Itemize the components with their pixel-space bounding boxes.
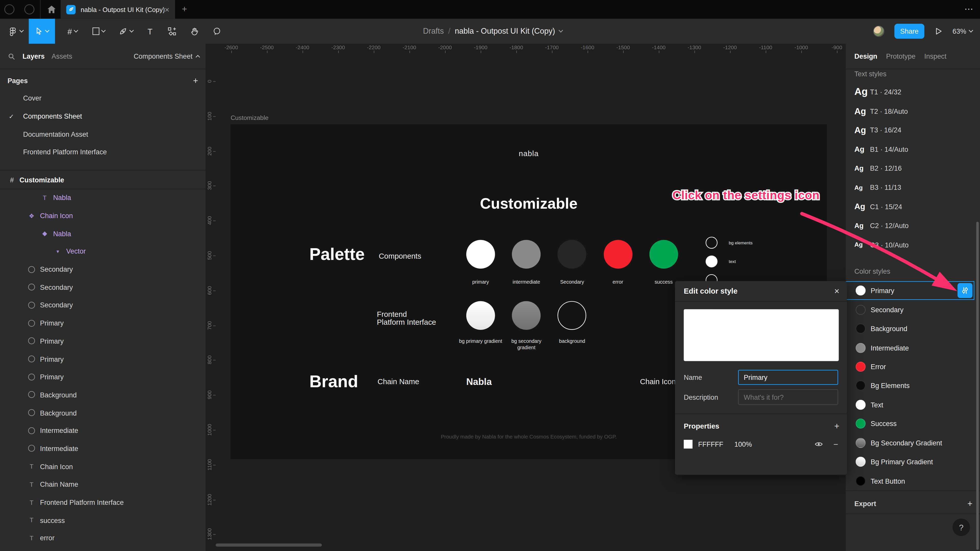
text-style-item[interactable]: AgC2 · 12/Auto bbox=[845, 216, 980, 235]
color-style-item[interactable]: Intermediate bbox=[845, 338, 980, 357]
tab-assets[interactable]: Assets bbox=[52, 52, 72, 60]
color-style-item[interactable]: Error bbox=[845, 357, 980, 376]
color-style-item[interactable]: Bg Secondary Gradient bbox=[845, 433, 980, 452]
palette-swatch[interactable] bbox=[649, 240, 678, 268]
layer-item[interactable]: Intermediate bbox=[0, 422, 206, 440]
tab-prototype[interactable]: Prototype bbox=[886, 52, 915, 60]
tab-inspect[interactable]: Inspect bbox=[924, 52, 947, 60]
resources-tool-button[interactable] bbox=[162, 19, 181, 44]
palette-swatch[interactable] bbox=[512, 240, 541, 268]
layer-item[interactable]: Intermediate bbox=[0, 440, 206, 457]
text-style-item[interactable]: AgT2 · 18/Auto bbox=[845, 102, 980, 121]
zoom-control[interactable]: 63% bbox=[953, 27, 972, 35]
mini-swatch[interactable] bbox=[706, 256, 718, 268]
layer-item[interactable]: Secondary bbox=[0, 278, 206, 296]
shape-tool-button[interactable] bbox=[88, 19, 110, 44]
color-style-item[interactable]: Text Button bbox=[845, 471, 980, 490]
color-style-item[interactable]: Success bbox=[845, 414, 980, 433]
layer-item[interactable]: Background bbox=[0, 386, 206, 403]
close-tab-icon[interactable]: × bbox=[165, 5, 169, 14]
overflow-menu-icon[interactable]: ⋯ bbox=[964, 4, 974, 14]
color-style-item[interactable]: Background bbox=[845, 319, 980, 338]
text-style-item[interactable]: AgB3 · 11/13 bbox=[845, 178, 980, 197]
layer-item[interactable]: ▼Vector bbox=[0, 242, 206, 260]
text-style-item[interactable]: AgC1 · 15/24 bbox=[845, 197, 980, 216]
layer-item[interactable]: TFrontend Platform Interface bbox=[0, 493, 206, 511]
fpi-swatch[interactable] bbox=[558, 301, 587, 330]
nav-circle-icon[interactable] bbox=[4, 4, 14, 14]
palette-swatch[interactable] bbox=[466, 240, 495, 268]
move-tool-button[interactable] bbox=[29, 19, 55, 44]
pen-tool-button[interactable] bbox=[114, 19, 138, 44]
color-style-item[interactable]: Primary bbox=[845, 281, 980, 300]
comment-tool-button[interactable] bbox=[207, 19, 226, 44]
text-style-item[interactable]: AgT1 · 24/32 bbox=[845, 83, 980, 102]
page-selector[interactable]: Components Sheet bbox=[134, 52, 200, 60]
close-icon[interactable]: × bbox=[834, 286, 839, 296]
layer-item[interactable]: ❖Chain Icon bbox=[0, 206, 206, 224]
document-title[interactable]: nabla - Outpost UI Kit (Copy) bbox=[455, 27, 555, 35]
color-style-item[interactable]: Text bbox=[845, 395, 980, 414]
layer-item[interactable]: Primary bbox=[0, 332, 206, 350]
text-style-item[interactable]: AgT3 · 16/24 bbox=[845, 121, 980, 140]
page-item[interactable]: Documentation Asset bbox=[0, 125, 206, 143]
layer-item[interactable]: TNabla bbox=[0, 189, 206, 206]
name-input[interactable] bbox=[738, 370, 838, 385]
frame-section-row[interactable]: # Customizable bbox=[0, 171, 206, 189]
visibility-eye-icon[interactable] bbox=[815, 441, 823, 448]
page-item[interactable]: Cover bbox=[0, 89, 206, 107]
fpi-swatch[interactable] bbox=[512, 301, 541, 330]
remove-property-icon[interactable]: − bbox=[833, 440, 838, 449]
share-button[interactable]: Share bbox=[894, 24, 924, 39]
layer-item[interactable]: Primary bbox=[0, 368, 206, 386]
text-style-item[interactable]: AgC3 · 10/Auto bbox=[845, 235, 980, 254]
opacity-value[interactable]: 100% bbox=[735, 441, 752, 448]
color-style-item[interactable]: Bg Elements bbox=[845, 376, 980, 395]
new-tab-button[interactable]: + bbox=[182, 4, 187, 14]
present-icon[interactable] bbox=[934, 27, 942, 35]
breadcrumb-drafts[interactable]: Drafts bbox=[423, 27, 444, 35]
settings-button[interactable] bbox=[958, 283, 973, 298]
palette-swatch[interactable] bbox=[558, 240, 587, 268]
tab-design[interactable]: Design bbox=[854, 52, 877, 60]
layer-item[interactable]: Terror bbox=[0, 529, 206, 547]
layer-item[interactable]: Secondary bbox=[0, 260, 206, 278]
main-menu-button[interactable] bbox=[4, 19, 27, 44]
hex-value[interactable]: FFFFFF bbox=[698, 441, 735, 448]
frame-tool-button[interactable]: # bbox=[61, 19, 84, 44]
layer-item[interactable]: Tsuccess bbox=[0, 511, 206, 529]
home-icon[interactable] bbox=[47, 5, 56, 14]
color-style-item[interactable]: Secondary bbox=[845, 300, 980, 319]
chevron-down-icon[interactable] bbox=[559, 28, 563, 32]
nav-circle-icon[interactable] bbox=[24, 4, 35, 14]
user-avatar[interactable] bbox=[873, 25, 884, 37]
fpi-swatch[interactable] bbox=[466, 301, 495, 330]
hand-tool-button[interactable] bbox=[185, 19, 204, 44]
page-item[interactable]: ✓Components Sheet bbox=[0, 107, 206, 125]
color-style-item[interactable]: Bg Primary Gradient bbox=[845, 452, 980, 472]
description-input[interactable] bbox=[738, 389, 838, 405]
layer-item[interactable]: TChain Name bbox=[0, 475, 206, 493]
layer-item[interactable]: Primary bbox=[0, 350, 206, 368]
layer-item[interactable]: ◆Nabla bbox=[0, 224, 206, 242]
file-tab[interactable]: nabla - Outpost UI Kit (Copy) × bbox=[61, 0, 175, 19]
frame-name-label[interactable]: Customizable bbox=[231, 114, 269, 121]
text-style-item[interactable]: AgB1 · 14/Auto bbox=[845, 140, 980, 159]
mini-swatch[interactable] bbox=[706, 237, 718, 249]
layer-item[interactable]: Background bbox=[0, 404, 206, 422]
tab-layers[interactable]: Layers bbox=[22, 52, 45, 60]
add-property-button[interactable]: + bbox=[834, 421, 839, 431]
add-export-button[interactable]: + bbox=[967, 499, 973, 508]
search-icon[interactable] bbox=[7, 52, 16, 60]
vertical-scrollbar[interactable] bbox=[976, 222, 979, 550]
text-tool-button[interactable]: T bbox=[141, 19, 159, 44]
layer-item[interactable]: Secondary bbox=[0, 296, 206, 314]
palette-swatch[interactable] bbox=[604, 240, 632, 268]
page-item[interactable]: Frontend Platform Interface bbox=[0, 143, 206, 161]
add-page-button[interactable]: + bbox=[193, 76, 198, 86]
layer-item[interactable]: Primary bbox=[0, 314, 206, 332]
help-button[interactable]: ? bbox=[953, 519, 970, 536]
property-swatch[interactable] bbox=[684, 440, 692, 448]
text-style-item[interactable]: AgB2 · 12/16 bbox=[845, 159, 980, 178]
horizontal-scrollbar[interactable] bbox=[216, 544, 322, 547]
